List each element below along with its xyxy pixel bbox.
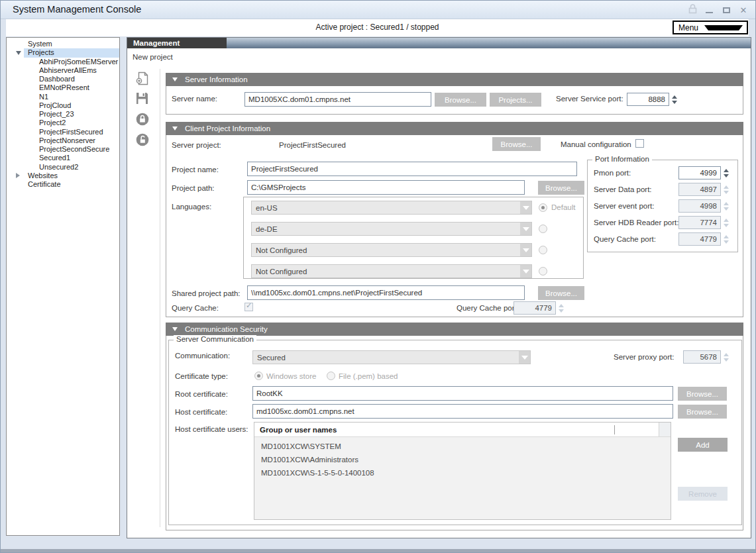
host-certificate-label: Host certificate:	[175, 408, 227, 416]
remove-user-button[interactable]: Remove	[678, 487, 728, 501]
project-name-input[interactable]	[247, 162, 577, 176]
language-default-radio-3[interactable]	[539, 246, 547, 254]
project-tree: System Projects AbhiProjSomeEMServer Abh…	[6, 37, 120, 536]
server-project-label: Server project:	[172, 141, 221, 149]
server-project-value: ProjectFirstSecured	[279, 141, 346, 149]
server-communication-title: Server Communication	[174, 335, 256, 343]
check-icon: ✓	[246, 301, 252, 310]
service-port-field[interactable]: 8888	[627, 93, 669, 106]
tree-item[interactable]: EMNotPResent	[7, 83, 119, 92]
communication-dropdown[interactable]: Secured	[252, 350, 531, 364]
project-path-label: Project path:	[172, 184, 215, 192]
language-dropdown-2[interactable]: de-DE	[251, 222, 532, 236]
server-browse-button[interactable]: Browse...	[435, 93, 486, 107]
language-default-radio-2[interactable]	[539, 225, 547, 233]
menu-dropdown[interactable]: Menu	[673, 21, 748, 34]
language-default-radio-1[interactable]	[539, 203, 547, 212]
project-path-browse-button[interactable]: Browse...	[538, 181, 584, 195]
titlebar-lock-icon	[688, 4, 697, 17]
tree-item-projects[interactable]: Projects	[7, 48, 119, 57]
port-information-title: Port Information	[592, 155, 652, 163]
manual-configuration-label: Manual configuration	[561, 140, 631, 148]
user-row[interactable]: MD1001XCW\S-1-5-5-0-1400108	[254, 466, 671, 479]
server-name-label: Server name:	[172, 95, 217, 103]
chevron-collapsed-icon[interactable]	[16, 173, 20, 178]
tree-item[interactable]: ProjCloud	[7, 101, 119, 110]
host-certificate-input[interactable]	[252, 404, 673, 419]
language-dropdown-4[interactable]: Not Configured	[251, 264, 532, 278]
project-path-input[interactable]	[247, 180, 525, 195]
user-row[interactable]: MD1001XCW\SYSTEM	[254, 440, 671, 453]
tree-item-certificate[interactable]: Certificate	[7, 180, 119, 189]
new-project-icon[interactable]	[136, 72, 149, 85]
projects-button[interactable]: Projects...	[490, 93, 541, 107]
active-project-status: Active project : Secured1 / stopped	[6, 19, 749, 36]
chevron-expanded-icon[interactable]	[16, 51, 21, 55]
root-certificate-input[interactable]	[252, 386, 673, 401]
chevron-down-icon[interactable]	[520, 265, 531, 277]
windows-store-radio[interactable]	[254, 372, 263, 380]
user-row[interactable]: MD1001XCW\Administrators	[254, 453, 671, 466]
language-dropdown-1[interactable]: en-US	[251, 201, 532, 215]
pem-file-radio[interactable]	[327, 372, 335, 380]
server-data-port-spinner	[722, 183, 729, 196]
host-certificate-browse-button[interactable]: Browse...	[678, 405, 727, 419]
tree-item[interactable]: ProjectSecondSecure	[7, 145, 119, 154]
section-header-server-information[interactable]: Server Information	[166, 73, 743, 86]
chevron-down-icon[interactable]	[519, 351, 530, 364]
chevron-down-icon[interactable]	[520, 244, 531, 256]
language-dropdown-3[interactable]: Not Configured	[251, 243, 532, 257]
tree-item-system[interactable]: System	[7, 40, 119, 48]
manual-configuration-checkbox[interactable]	[635, 139, 644, 148]
language-default-radio-4[interactable]	[539, 267, 547, 276]
query-cache-label: Query Cache:	[172, 304, 219, 312]
pmon-port-spinner[interactable]	[722, 166, 729, 179]
server-proxy-port-spinner	[722, 350, 729, 364]
unlock-icon[interactable]	[136, 133, 149, 146]
server-event-port-spinner	[722, 199, 729, 213]
server-event-port-label: Server event port:	[594, 202, 654, 210]
server-proxy-port-field: 5678	[683, 350, 721, 364]
tree-item[interactable]: Secured1	[7, 154, 119, 162]
query-cache-port-spinner	[557, 301, 565, 315]
server-data-port-label: Server Data port:	[594, 185, 652, 193]
tree-item-websites[interactable]: Websites	[7, 172, 119, 180]
tree-item[interactable]: Unsecured2	[7, 163, 119, 172]
pmon-port-field[interactable]: 4999	[678, 166, 721, 179]
query-cache-checkbox[interactable]: ✓	[244, 303, 253, 311]
lock-icon[interactable]	[136, 113, 149, 126]
chevron-down-icon[interactable]	[520, 223, 531, 235]
section-collapse-icon	[172, 77, 178, 81]
tree-item[interactable]: Project2	[7, 119, 119, 127]
tree-item[interactable]: Project_23	[7, 110, 119, 119]
server-project-browse-button[interactable]: Browse...	[492, 137, 541, 151]
root-certificate-browse-button[interactable]: Browse...	[678, 387, 727, 401]
maximize-button[interactable]	[721, 5, 731, 15]
shared-project-path-input[interactable]	[247, 285, 525, 300]
pem-file-label: File (.pem) based	[339, 372, 398, 380]
tree-item[interactable]: AbhiProjSomeEMServer	[7, 58, 119, 66]
service-port-label: Server Service port:	[556, 95, 623, 103]
server-hdb-reader-port-label: Server HDB Reader port:	[594, 219, 678, 226]
section-header-communication-security[interactable]: Communication Security	[166, 323, 743, 336]
tree-item[interactable]: ProjectNonserver	[7, 136, 119, 145]
window-title: System Management Console	[13, 1, 141, 19]
section-collapse-icon	[172, 327, 178, 331]
query-cache-port2-spinner	[722, 232, 729, 246]
tree-item[interactable]: AbhiserverAllEms	[7, 66, 119, 75]
server-name-input[interactable]	[244, 92, 431, 107]
close-button[interactable]: ✕	[738, 5, 749, 15]
chevron-down-icon[interactable]	[520, 201, 531, 214]
tree-item[interactable]: ProjectFirstSecured	[7, 128, 119, 136]
tab-management[interactable]: Management	[127, 38, 227, 48]
add-user-button[interactable]: Add	[678, 438, 728, 452]
minimize-button[interactable]	[704, 5, 714, 15]
service-port-spinner[interactable]	[671, 93, 678, 106]
section-header-client-project-information[interactable]: Client Project Information	[166, 122, 743, 135]
users-table-header[interactable]: Group or user names	[254, 423, 671, 437]
root-certificate-label: Root certificate:	[175, 390, 228, 398]
tree-item[interactable]: Dashboard	[7, 75, 119, 83]
tree-item[interactable]: N1	[7, 93, 119, 101]
shared-path-browse-button[interactable]: Browse...	[538, 286, 584, 300]
save-icon[interactable]	[136, 92, 149, 105]
